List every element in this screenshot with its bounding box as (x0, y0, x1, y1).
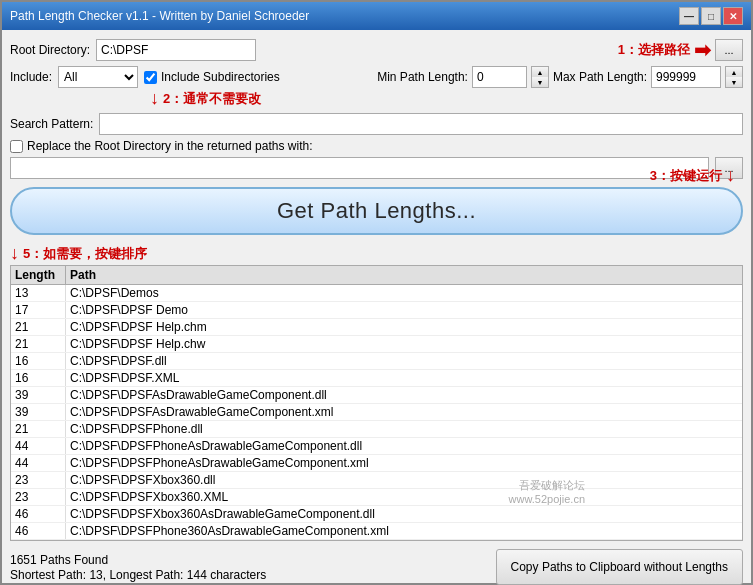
cell-path: C:\DPSF\DPSF.dll (66, 353, 742, 369)
include-row: Include: All Files Directories Include S… (10, 66, 743, 88)
table-row[interactable]: 21 C:\DPSF\DPSF Help.chm (11, 319, 742, 336)
paths-found-text: 1651 Paths Found (10, 553, 266, 567)
replace-checkbox[interactable] (10, 140, 23, 153)
max-path-input[interactable] (651, 66, 721, 88)
replace-input[interactable] (10, 157, 709, 179)
cell-length: 16 (11, 353, 66, 369)
cell-path: C:\DPSF\DPSFAsDrawableGameComponent.dll (66, 387, 742, 403)
root-dir-row: Root Directory: 1：选择路径 ➡ ... (10, 38, 743, 62)
cell-length: 21 (11, 336, 66, 352)
min-path-input[interactable] (472, 66, 527, 88)
cell-path: C:\DPSF\DPSF.XML (66, 370, 742, 386)
min-path-label: Min Path Length: (377, 70, 468, 84)
search-pattern-input[interactable] (99, 113, 743, 135)
table-header: Length Path (11, 266, 742, 285)
stats-group: 1651 Paths Found Shortest Path: 13, Long… (10, 553, 266, 582)
cell-length: 44 (11, 455, 66, 471)
root-dir-input[interactable] (96, 39, 256, 61)
col-length-header[interactable]: Length (11, 266, 66, 284)
get-path-button[interactable]: Get Path Lengths... (10, 187, 743, 235)
max-spin-up[interactable]: ▲ (726, 67, 742, 77)
cell-length: 39 (11, 387, 66, 403)
cell-length: 21 (11, 319, 66, 335)
cell-length: 44 (11, 438, 66, 454)
table-row[interactable]: 39 C:\DPSF\DPSFAsDrawableGameComponent.d… (11, 387, 742, 404)
cell-length: 13 (11, 285, 66, 301)
include-subdirs-checkbox[interactable] (144, 71, 157, 84)
close-button[interactable]: ✕ (723, 7, 743, 25)
cell-path: C:\DPSF\DPSFPhone360AsDrawableGameCompon… (66, 523, 742, 539)
table-row[interactable]: 21 C:\DPSF\DPSF Help.chw (11, 336, 742, 353)
table-container: ↓ 5：如需要，按键排序 Length Path 13 C:\DPSF\Demo… (10, 243, 743, 541)
max-path-spinner: ▲ ▼ (725, 66, 743, 88)
titlebar: Path Length Checker v1.1 - Written by Da… (2, 2, 751, 30)
table-row[interactable]: 46 C:\DPSF\DPSFXbox360AsDrawableGameComp… (11, 506, 742, 523)
min-path-spinner: ▲ ▼ (531, 66, 549, 88)
root-dir-label: Root Directory: (10, 43, 90, 57)
include-label: Include: (10, 70, 52, 84)
main-content: Root Directory: 1：选择路径 ➡ ... Include: Al… (2, 30, 751, 585)
cell-length: 23 (11, 472, 66, 488)
cell-path: C:\DPSF\DPSFXbox360.XML (66, 489, 742, 505)
table-row[interactable]: 23 C:\DPSF\DPSFXbox360.dll (11, 472, 742, 489)
col-path-header[interactable]: Path (66, 266, 742, 284)
table-body: 13 C:\DPSF\Demos 17 C:\DPSF\DPSF Demo 21… (11, 285, 742, 540)
shortest-longest-text: Shortest Path: 13, Longest Path: 144 cha… (10, 568, 266, 582)
step5-annotation: ↓ 5：如需要，按键排序 (10, 243, 743, 264)
include-select[interactable]: All Files Directories (58, 66, 138, 88)
cell-path: C:\DPSF\DPSFXbox360.dll (66, 472, 742, 488)
cell-path: C:\DPSF\Demos (66, 285, 742, 301)
cell-length: 46 (11, 523, 66, 539)
min-spin-down[interactable]: ▼ (532, 77, 548, 87)
minimize-button[interactable]: — (679, 7, 699, 25)
cell-path: C:\DPSF\DPSF Help.chm (66, 319, 742, 335)
cell-length: 23 (11, 489, 66, 505)
table-row[interactable]: 16 C:\DPSF\DPSF.XML (11, 370, 742, 387)
max-spin-down[interactable]: ▼ (726, 77, 742, 87)
browse-button[interactable]: ... (715, 39, 743, 61)
cell-length: 17 (11, 302, 66, 318)
include-subdirs-label[interactable]: Include Subdirectories (144, 70, 280, 84)
table-section: ↓ 5：如需要，按键排序 Length Path 13 C:\DPSF\Demo… (10, 243, 743, 541)
replace-checkbox-label[interactable]: Replace the Root Directory in the return… (10, 139, 312, 153)
table-row[interactable]: 46 C:\DPSF\DPSFPhone360AsDrawableGameCom… (11, 523, 742, 540)
search-pattern-row: Search Pattern: (10, 113, 743, 135)
table-row[interactable]: 39 C:\DPSF\DPSFAsDrawableGameComponent.x… (11, 404, 742, 421)
max-path-label: Max Path Length: (553, 70, 647, 84)
table-row[interactable]: 21 C:\DPSF\DPSFPhone.dll (11, 421, 742, 438)
cell-length: 16 (11, 370, 66, 386)
cell-path: C:\DPSF\DPSFPhone.dll (66, 421, 742, 437)
min-spin-up[interactable]: ▲ (532, 67, 548, 77)
maximize-button[interactable]: □ (701, 7, 721, 25)
table-row[interactable]: 23 C:\DPSF\DPSFXbox360.XML (11, 489, 742, 506)
cell-length: 39 (11, 404, 66, 420)
cell-path: C:\DPSF\DPSFPhoneAsDrawableGameComponent… (66, 455, 742, 471)
cell-path: C:\DPSF\DPSFPhoneAsDrawableGameComponent… (66, 438, 742, 454)
titlebar-buttons: — □ ✕ (679, 7, 743, 25)
table-row[interactable]: 17 C:\DPSF\DPSF Demo (11, 302, 742, 319)
cell-path: C:\DPSF\DPSFXbox360AsDrawableGameCompone… (66, 506, 742, 522)
search-pattern-label: Search Pattern: (10, 117, 93, 131)
replace-input-row: ... (10, 157, 743, 179)
table-row[interactable]: 16 C:\DPSF\DPSF.dll (11, 353, 742, 370)
window-title: Path Length Checker v1.1 - Written by Da… (10, 9, 309, 23)
cell-length: 21 (11, 421, 66, 437)
table-row[interactable]: 44 C:\DPSF\DPSFPhoneAsDrawableGameCompon… (11, 455, 742, 472)
copy-paths-button[interactable]: Copy Paths to Clipboard without Lengths (496, 549, 743, 585)
cell-path: C:\DPSF\DPSF Help.chw (66, 336, 742, 352)
min-max-group: Min Path Length: ▲ ▼ Max Path Length: ▲ … (377, 66, 743, 88)
get-path-section: 3：按键运行 ↓ Get Path Lengths... (10, 183, 743, 239)
replace-row: Replace the Root Directory in the return… (10, 139, 743, 153)
step1-annotation: 1：选择路径 ➡ (618, 38, 711, 62)
table-row[interactable]: 13 C:\DPSF\Demos (11, 285, 742, 302)
step2-annotation: ↓ 2：通常不需要改 (150, 88, 743, 109)
results-table[interactable]: Length Path 13 C:\DPSF\Demos 17 C:\DPSF\… (10, 265, 743, 541)
main-window: Path Length Checker v1.1 - Written by Da… (0, 0, 753, 585)
table-row[interactable]: 44 C:\DPSF\DPSFPhoneAsDrawableGameCompon… (11, 438, 742, 455)
cell-length: 46 (11, 506, 66, 522)
cell-path: C:\DPSF\DPSF Demo (66, 302, 742, 318)
cell-path: C:\DPSF\DPSFAsDrawableGameComponent.xml (66, 404, 742, 420)
bottom-bar: 1651 Paths Found Shortest Path: 13, Long… (10, 545, 743, 585)
step3-annotation: 3：按键运行 ↓ (650, 165, 735, 186)
